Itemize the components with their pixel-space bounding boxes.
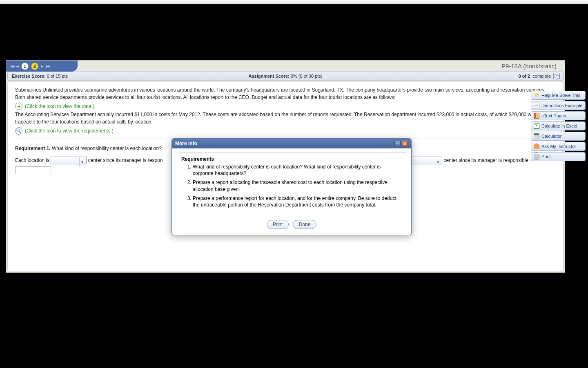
exercise-score-label: Exercise Score: (12, 74, 46, 79)
requirements-box: Requirements What kind of responsibility… (177, 153, 406, 214)
book-icon (534, 113, 539, 119)
page-indicator-1[interactable]: 1 (21, 63, 29, 70)
page-indicator-2[interactable]: 2 (31, 63, 38, 70)
nav-strip: ◂◂ ◂ 1 2 ▸ ▸▸ P9-18A (book/static) (6, 61, 565, 72)
minimize-icon[interactable]: – (394, 141, 401, 146)
modal-body: Requirements What kind of responsibility… (172, 148, 411, 235)
requirement-heading: Requirement 1. (15, 146, 51, 151)
assignment-score-label: Assignment Score: (249, 74, 290, 79)
sidebar-label: Ask My Instructor (541, 144, 576, 149)
person-icon (534, 144, 539, 149)
sidebar-label: Help Me Solve This (541, 93, 580, 98)
last-page-icon[interactable]: ▸▸ (46, 63, 49, 69)
requirement-item: What kind of responsibility center is ea… (193, 164, 402, 177)
demodocs-button[interactable]: DemoDocs Example (531, 101, 586, 110)
sidebar-label: eText Pages (541, 113, 566, 118)
first-page-icon[interactable]: ◂◂ (10, 63, 13, 69)
page-title: P9-18A (book/static) (501, 63, 557, 70)
assignment-score-value: 0% (0 of 30 pts) (291, 74, 323, 79)
center-type-dropdown-1[interactable] (51, 157, 87, 164)
excel-icon (534, 123, 539, 129)
mac-menubar (0, 0, 588, 4)
calculator-icon (534, 133, 539, 139)
answer-seg-2: center since its manager is respon (88, 157, 163, 163)
printer-icon (534, 154, 539, 159)
more-info-modal: More Info – ✕ Requirements What kind of … (172, 138, 412, 235)
view-requirements-link[interactable]: (Click the icon to view the requirements… (25, 127, 114, 135)
sidebar-label: Print (541, 154, 551, 159)
etext-button[interactable]: eText Pages (531, 111, 586, 120)
magnify-icon[interactable]: 🔍 (15, 127, 22, 135)
sidebar-label: Calculator (541, 134, 562, 139)
center-type-dropdown-2[interactable] (406, 157, 442, 164)
calculate-excel-button[interactable]: Calculate in Excel (531, 121, 586, 130)
help-sidebar: Help Me Solve This DemoDocs Example eTex… (531, 91, 586, 161)
ask-instructor-button[interactable]: Ask My Instructor (531, 142, 586, 151)
exercise-score-value: 0 of 15 pts (47, 74, 68, 79)
progress-count: 0 of 2 (519, 74, 530, 79)
answer-seg-1: Each location is (15, 157, 51, 163)
modal-done-button[interactable]: Done (293, 220, 317, 229)
data-icon[interactable]: ➜ (15, 103, 22, 110)
popout-icon[interactable] (553, 73, 560, 79)
next-page-icon[interactable]: ▸ (41, 63, 44, 69)
nav-tab: ◂◂ ◂ 1 2 ▸ ▸▸ (6, 61, 78, 72)
sidebar-label: Calculate in Excel (541, 123, 577, 128)
prev-page-icon[interactable]: ◂ (16, 63, 19, 69)
requirements-heading: Requirements (181, 156, 402, 162)
view-data-link[interactable]: (Click the icon to view the data.) (25, 103, 94, 110)
problem-paragraph-2: The Accounting Services Department actua… (15, 111, 556, 126)
score-bar: Exercise Score: 0 of 15 pts Assignment S… (7, 72, 564, 81)
sidebar-label: DemoDocs Example (541, 103, 582, 108)
requirement-item: Prepare a performance report for each lo… (193, 195, 402, 208)
calculator-button[interactable]: Calculator (531, 132, 586, 141)
doc-icon (534, 103, 539, 108)
modal-print-button[interactable]: Print (267, 220, 289, 229)
requirement-text: What kind of responsibility center is ea… (52, 146, 162, 151)
modal-title: More Info (175, 141, 197, 146)
print-button[interactable]: Print (531, 152, 586, 161)
requirement-item: Prepare a report allocating the traceabl… (193, 179, 402, 192)
answer-seg-3: center since its manager is responsible (444, 157, 528, 163)
bulb-icon (534, 92, 539, 98)
answer-blank-input[interactable] (15, 166, 51, 174)
modal-header[interactable]: More Info – ✕ (172, 139, 411, 148)
progress-word: complete (532, 74, 551, 79)
problem-paragraph-1: Submarines Unlimited provides submarine … (15, 86, 556, 101)
close-icon[interactable]: ✕ (402, 141, 408, 146)
help-me-solve-button[interactable]: Help Me Solve This (531, 91, 586, 100)
